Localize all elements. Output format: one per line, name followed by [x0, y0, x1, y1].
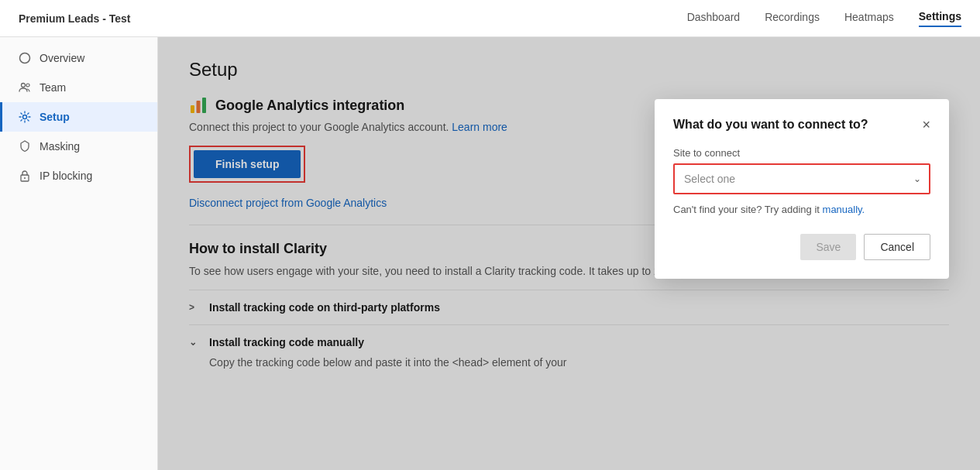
- masking-icon: [18, 139, 32, 153]
- nav-dashboard[interactable]: Dashboard: [687, 11, 741, 26]
- sidebar-item-overview[interactable]: Overview: [0, 43, 157, 73]
- sidebar-label-setup: Setup: [40, 111, 70, 123]
- top-nav: Premium Leads - Test Dashboard Recording…: [0, 0, 980, 37]
- nav-recordings[interactable]: Recordings: [765, 11, 820, 26]
- svg-point-3: [23, 115, 27, 119]
- setup-icon: [18, 110, 32, 124]
- sidebar-item-team[interactable]: Team: [0, 73, 157, 102]
- sidebar-label-ip-blocking: IP blocking: [40, 170, 92, 182]
- connect-modal: What do you want to connect to? × Site t…: [655, 99, 949, 279]
- sidebar-item-setup[interactable]: Setup: [0, 102, 157, 132]
- nav-settings[interactable]: Settings: [919, 10, 961, 27]
- brand-title: Premium Leads - Test: [19, 12, 130, 25]
- modal-save-button[interactable]: Save: [800, 234, 856, 260]
- overview-icon: [18, 51, 32, 65]
- modal-header: What do you want to connect to? ×: [673, 118, 930, 132]
- modal-overlay: What do you want to connect to? × Site t…: [158, 37, 980, 470]
- site-select[interactable]: Select one: [673, 163, 930, 194]
- svg-point-0: [20, 53, 30, 63]
- sidebar: Overview Team Setup: [0, 37, 158, 470]
- sidebar-label-team: Team: [40, 81, 66, 94]
- nav-links: Dashboard Recordings Heatmaps Settings: [687, 10, 961, 27]
- sidebar-label-masking: Masking: [40, 140, 80, 153]
- ip-blocking-icon: [18, 169, 32, 183]
- svg-point-1: [22, 84, 26, 87]
- svg-point-2: [26, 84, 29, 87]
- main-content: Setup Google Analytics integration Conne…: [158, 37, 980, 470]
- layout: Overview Team Setup: [0, 37, 980, 470]
- sidebar-label-overview: Overview: [40, 52, 84, 64]
- sidebar-item-ip-blocking[interactable]: IP blocking: [0, 161, 157, 190]
- svg-point-5: [24, 177, 26, 179]
- team-icon: [18, 81, 32, 94]
- site-select-wrapper: Select one ⌄: [673, 163, 930, 194]
- nav-heatmaps[interactable]: Heatmaps: [844, 11, 894, 26]
- modal-hint: Can't find your site? Try adding it manu…: [673, 204, 930, 215]
- modal-actions: Save Cancel: [673, 234, 930, 260]
- sidebar-item-masking[interactable]: Masking: [0, 132, 157, 161]
- manually-link[interactable]: manually.: [823, 204, 865, 215]
- site-to-connect-label: Site to connect: [673, 147, 930, 159]
- modal-cancel-button[interactable]: Cancel: [864, 234, 930, 260]
- modal-close-button[interactable]: ×: [922, 118, 930, 132]
- modal-title: What do you want to connect to?: [673, 118, 868, 132]
